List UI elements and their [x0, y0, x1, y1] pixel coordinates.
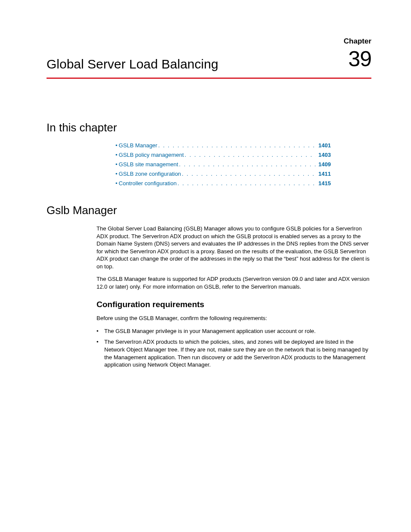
bullet-icon: •	[115, 171, 118, 177]
toc-leader: . . . . . . . . . . . . . . . . . . . . …	[157, 142, 316, 149]
list-text: The ServerIron ADX products to which the…	[104, 338, 372, 368]
paragraph: The GSLB Manager feature is supported fo…	[97, 275, 372, 290]
toc-link[interactable]: GSLB zone configuration	[119, 171, 181, 177]
bullet-icon: •	[97, 338, 104, 368]
chapter-number: 39	[348, 47, 371, 72]
toc-item: • GSLB Manager . . . . . . . . . . . . .…	[115, 142, 331, 149]
toc-link[interactable]: GSLB policy management	[119, 152, 184, 158]
toc-item: • GSLB zone configuration . . . . . . . …	[115, 171, 331, 177]
toc-page-link[interactable]: 1415	[316, 180, 331, 187]
toc-page-link[interactable]: 1409	[316, 161, 331, 168]
paragraph: The Global Server Load Balancing (GSLB) …	[97, 225, 372, 270]
toc-page-link[interactable]: 1403	[316, 152, 331, 158]
bullet-icon: •	[115, 180, 118, 187]
toc-link[interactable]: GSLB Manager	[119, 142, 158, 149]
bullet-icon: •	[115, 142, 118, 149]
list-item: • The ServerIron ADX products to which t…	[97, 338, 372, 368]
section-gslb-manager: Gslb Manager	[47, 204, 371, 217]
section-in-this-chapter: In this chapter	[47, 121, 371, 134]
toc-leader: . . . . . . . . . . . . . . . . . . . . …	[177, 180, 316, 187]
chapter-header: Chapter 39 Global Server Load Balancing	[47, 38, 371, 121]
toc-page-link[interactable]: 1401	[316, 142, 331, 149]
chapter-rule	[47, 78, 371, 79]
toc-item: • Controller configuration . . . . . . .…	[115, 180, 331, 187]
subsection-config-requirements: Configuration requirements	[97, 300, 372, 309]
toc-item: • GSLB site management . . . . . . . . .…	[115, 161, 331, 168]
toc-item: • GSLB policy management . . . . . . . .…	[115, 152, 331, 158]
bullet-icon: •	[115, 161, 118, 168]
toc-link[interactable]: GSLB site management	[119, 161, 178, 168]
toc-leader: . . . . . . . . . . . . . . . . . . . . …	[184, 152, 316, 158]
body-content: The Global Server Load Balancing (GSLB) …	[97, 225, 372, 369]
list-item: • The GSLB Manager privilege is in your …	[97, 327, 372, 335]
list-text: The GSLB Manager privilege is in your Ma…	[104, 327, 372, 335]
toc: • GSLB Manager . . . . . . . . . . . . .…	[115, 142, 331, 187]
chapter-title: Global Server Load Balancing	[47, 38, 371, 72]
toc-leader: . . . . . . . . . . . . . . . . . . . . …	[181, 171, 316, 177]
bullet-icon: •	[97, 327, 104, 335]
chapter-label: Chapter	[344, 37, 371, 46]
toc-page-link[interactable]: 1411	[316, 171, 331, 177]
bullet-icon: •	[115, 152, 118, 158]
paragraph: Before using the GSLB Manager, confirm t…	[97, 314, 372, 322]
bullet-list: • The GSLB Manager privilege is in your …	[97, 327, 372, 369]
toc-leader: . . . . . . . . . . . . . . . . . . . . …	[178, 161, 316, 168]
toc-link[interactable]: Controller configuration	[119, 180, 177, 187]
